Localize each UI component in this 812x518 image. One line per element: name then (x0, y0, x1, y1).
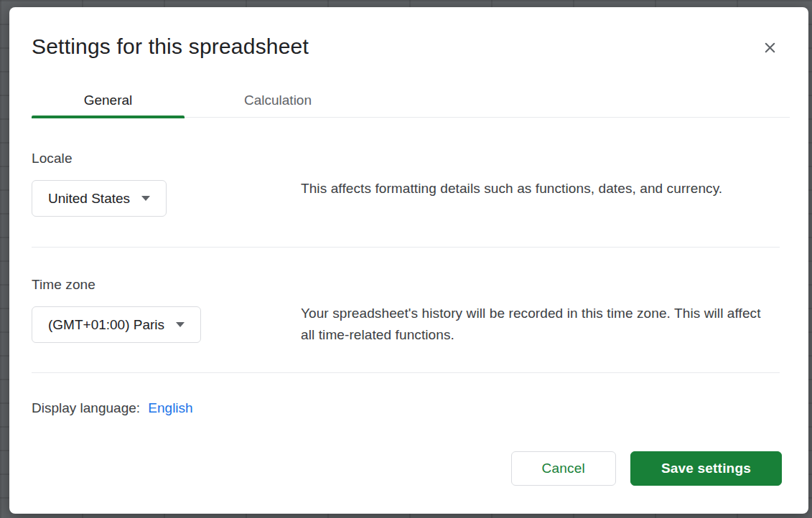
tab-general[interactable]: General (32, 83, 185, 118)
locale-dropdown[interactable]: United States (32, 180, 167, 217)
tab-calculation-label: Calculation (244, 93, 312, 108)
section-divider (32, 372, 780, 373)
display-language-link[interactable]: English (148, 400, 192, 415)
locale-dropdown-value: United States (48, 191, 130, 207)
caret-down-icon (141, 196, 150, 201)
close-icon (762, 39, 778, 56)
timezone-dropdown-value: (GMT+01:00) Paris (48, 317, 164, 333)
dialog-title: Settings for this spreadsheet (32, 33, 309, 60)
locale-description: This affects formatting details such as … (301, 178, 767, 199)
locale-label: Locale (32, 151, 301, 166)
cancel-button[interactable]: Cancel (511, 451, 616, 486)
timezone-section: Time zone (GMT+01:00) Paris Your spreads… (32, 247, 780, 372)
caret-down-icon (176, 322, 185, 327)
display-language-row: Display language: English (32, 400, 193, 416)
timezone-description: Your spreadsheet's history will be recor… (301, 303, 767, 346)
timezone-dropdown[interactable]: (GMT+01:00) Paris (32, 306, 201, 343)
display-language-label: Display language: (32, 400, 140, 415)
dialog-footer: Cancel Save settings (511, 451, 782, 486)
tab-bar: General Calculation (32, 83, 790, 118)
tab-calculation[interactable]: Calculation (185, 83, 371, 118)
tab-general-label: General (84, 93, 133, 108)
spreadsheet-settings-dialog: Settings for this spreadsheet General Ca… (9, 7, 808, 514)
save-settings-button[interactable]: Save settings (630, 451, 782, 486)
locale-section: Locale United States This affects format… (32, 118, 780, 247)
timezone-label: Time zone (32, 277, 301, 293)
close-button[interactable] (758, 36, 781, 59)
